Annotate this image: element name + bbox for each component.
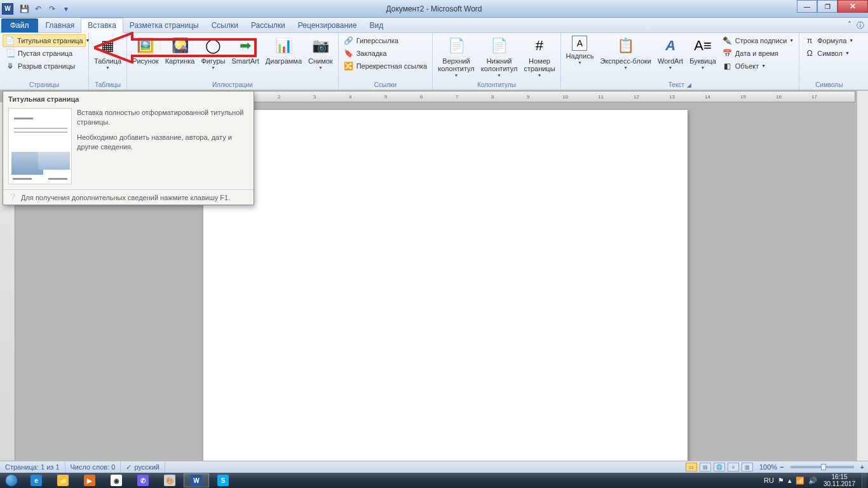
taskbar-viber[interactable]: ✆	[130, 473, 156, 487]
title-bar: W 💾 ↶ ↷ ▾ Документ2 - Microsoft Word — ❐…	[0, 0, 868, 18]
group-links-label: Ссылки	[341, 80, 430, 90]
status-language[interactable]: ✓русский	[121, 461, 165, 473]
ribbon-minimize-icon[interactable]: ˄	[848, 20, 851, 31]
tab-view[interactable]: Вид	[363, 18, 390, 32]
tooltip-thumbnail	[8, 108, 72, 184]
tab-page-layout[interactable]: Разметка страницы	[123, 18, 205, 32]
qat-more-icon[interactable]: ▾	[60, 3, 72, 15]
save-icon[interactable]: 💾	[18, 3, 31, 15]
group-tables: ▦ Таблица ▼ Таблицы	[89, 33, 127, 90]
group-text-label: Текст	[668, 81, 684, 88]
taskbar-word[interactable]: W	[184, 473, 209, 487]
blank-page-button[interactable]: 📃 Пустая страница	[3, 47, 86, 60]
close-button[interactable]: ✕	[837, 0, 868, 13]
footer-button[interactable]: 📄Нижний колонтитул▼	[478, 34, 520, 79]
picture-button[interactable]: 🖼️Рисунок	[130, 34, 161, 66]
cover-page-label: Титульная страница	[17, 36, 83, 45]
chart-button[interactable]: 📊Диаграмма	[263, 34, 304, 66]
zoom-in-button[interactable]: +	[860, 463, 864, 471]
tab-home[interactable]: Главная	[39, 18, 81, 32]
tab-review[interactable]: Рецензирование	[292, 18, 363, 32]
view-draft-button[interactable]: ▥	[742, 463, 753, 471]
word-app-icon: W	[2, 3, 13, 15]
crossref-button[interactable]: 🔀Перекрестная ссылка	[341, 60, 430, 72]
object-icon: ◧	[722, 61, 733, 71]
equation-button[interactable]: πФормула▼	[802, 34, 856, 47]
wordart-button[interactable]: AWordArt▼	[655, 34, 686, 71]
screenshot-icon: 📷	[310, 36, 330, 56]
tab-insert[interactable]: Вставка	[81, 18, 123, 33]
tooltip-title: Титульная страница	[3, 92, 254, 105]
cover-page-icon: 📄	[5, 36, 15, 46]
redo-icon[interactable]: ↷	[46, 3, 58, 15]
symbol-button[interactable]: ΩСимвол▼	[802, 47, 856, 60]
tray-network-icon[interactable]: 📶	[796, 477, 804, 485]
textbox-icon: A	[572, 36, 587, 51]
text-group-launcher[interactable]: ◢	[687, 82, 691, 88]
tray-lang[interactable]: RU	[764, 477, 774, 484]
clipart-icon: 🎑	[170, 36, 190, 56]
dropcap-button[interactable]: A≡Буквица▼	[687, 34, 719, 71]
start-button[interactable]	[0, 473, 23, 488]
vertical-scrollbar[interactable]	[857, 91, 868, 461]
status-page[interactable]: Страница: 1 из 1	[0, 461, 65, 473]
shapes-button[interactable]: ◯Фигуры▼	[198, 34, 227, 71]
quickparts-icon: 📋	[616, 36, 636, 56]
view-web-button[interactable]: 🌐	[714, 463, 725, 471]
view-outline-button[interactable]: ≡	[728, 463, 739, 471]
undo-icon[interactable]: ↶	[32, 3, 44, 15]
hyperlink-icon: 🔗	[344, 36, 354, 46]
cover-page-button[interactable]: 📄 Титульная страница ▼	[3, 34, 86, 47]
minimize-button[interactable]: —	[797, 0, 817, 13]
taskbar-ie[interactable]: e	[24, 473, 49, 487]
view-print-layout-button[interactable]: ▭	[686, 463, 697, 471]
signature-line-button[interactable]: ✒️Строка подписи▼	[720, 34, 796, 47]
proofing-icon: ✓	[126, 463, 132, 471]
zoom-slider[interactable]	[790, 466, 854, 468]
taskbar-paint[interactable]: 🎨	[157, 473, 182, 487]
tab-mailings[interactable]: Рассылки	[245, 18, 292, 32]
taskbar-skype[interactable]: S	[210, 473, 236, 487]
windows-taskbar: e 📁 ▶ ◉ ✆ 🎨 W S RU ⚑ ▴ 📶 🔊 16:15 30.11.2…	[0, 473, 868, 488]
view-reading-button[interactable]: ▤	[700, 463, 711, 471]
bookmark-button[interactable]: 🔖Закладка	[341, 47, 430, 60]
status-word-count[interactable]: Число слов: 0	[65, 461, 121, 473]
clipart-button[interactable]: 🎑Картинка	[163, 34, 198, 66]
header-icon: 📄	[446, 36, 466, 56]
quick-access-toolbar: 💾 ↶ ↷ ▾	[18, 3, 72, 15]
window-controls: — ❐ ✕	[797, 0, 868, 13]
quickparts-button[interactable]: 📋Экспресс-блоки▼	[597, 34, 654, 71]
taskbar-media[interactable]: ▶	[77, 473, 102, 487]
maximize-button[interactable]: ❐	[817, 0, 837, 13]
group-links: 🔗Гиперссылка 🔖Закладка 🔀Перекрестная ссы…	[339, 33, 433, 90]
group-illustrations: 🖼️Рисунок 🎑Картинка ◯Фигуры▼ ➡SmartArt 📊…	[127, 33, 339, 90]
zoom-out-button[interactable]: −	[780, 463, 783, 471]
screenshot-button[interactable]: 📷Снимок▼	[306, 34, 336, 71]
page-number-icon: #	[529, 36, 550, 56]
hyperlink-button[interactable]: 🔗Гиперссылка	[341, 34, 430, 47]
textbox-button[interactable]: AНадпись▼	[564, 34, 597, 66]
document-page[interactable]	[203, 110, 688, 488]
show-desktop-button[interactable]	[862, 473, 867, 488]
object-button[interactable]: ◧Объект▼	[720, 60, 796, 72]
taskbar-explorer[interactable]: 📁	[50, 473, 76, 487]
blank-page-label: Пустая страница	[18, 49, 72, 58]
smartart-button[interactable]: ➡SmartArt	[229, 34, 261, 66]
help-icon[interactable]: ⓘ	[857, 20, 864, 31]
tooltip-text: Вставка полностью отформатированной титу…	[77, 108, 248, 184]
bookmark-icon: 🔖	[344, 48, 354, 58]
taskbar-chrome[interactable]: ◉	[104, 473, 129, 487]
tray-flag-icon[interactable]: ⚑	[778, 477, 784, 485]
header-button[interactable]: 📄Верхний колонтитул▼	[435, 34, 477, 79]
datetime-button[interactable]: 📅Дата и время	[720, 47, 796, 60]
zoom-percent[interactable]: 100%	[759, 463, 777, 471]
tab-references[interactable]: Ссылки	[205, 18, 245, 32]
tray-chevron-icon[interactable]: ▴	[788, 477, 792, 485]
tray-volume-icon[interactable]: 🔊	[808, 477, 817, 485]
page-break-button[interactable]: ⤋ Разрыв страницы	[3, 60, 86, 72]
tray-clock[interactable]: 16:15 30.11.2017	[821, 473, 858, 487]
file-tab[interactable]: Файл	[1, 18, 38, 32]
group-illustrations-label: Иллюстрации	[130, 80, 336, 90]
table-button[interactable]: ▦ Таблица ▼	[92, 34, 124, 71]
page-number-button[interactable]: #Номер страницы▼	[521, 34, 557, 79]
